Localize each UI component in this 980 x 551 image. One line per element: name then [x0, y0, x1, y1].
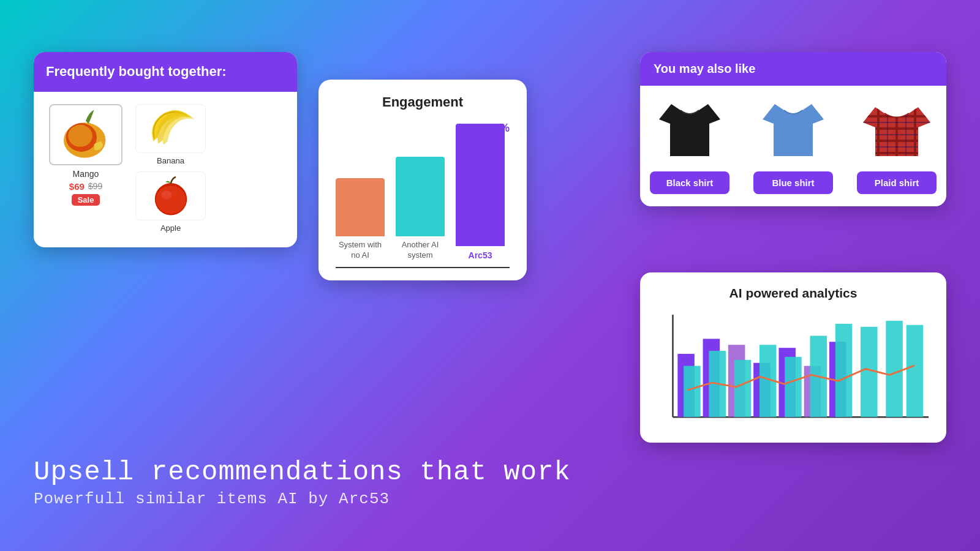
fbt-banana-name: Banana — [157, 156, 184, 165]
bar-another-ai-rect — [396, 157, 445, 236]
arrow-up-icon: ↑ — [479, 121, 485, 135]
ymal-plaid-shirt-btn[interactable]: Plaid shirt — [857, 171, 937, 194]
fbt-side-item-apple: Apple — [135, 171, 206, 233]
fbt-main-image — [49, 104, 123, 165]
black-shirt-icon — [653, 98, 726, 165]
fbt-banana-image — [135, 104, 206, 153]
bar-arc53-label: Arc53 — [456, 250, 505, 261]
svg-rect-31 — [785, 357, 802, 417]
engagement-card: Engagement ↑ 83% System with no AI Anoth… — [318, 80, 527, 280]
fbt-header: Frequently bought together: — [34, 52, 297, 92]
svg-rect-35 — [886, 321, 903, 417]
bar-another-ai-label: Another AI system — [396, 240, 445, 261]
svg-point-5 — [161, 190, 172, 199]
bottom-main-text: Upsell recommendations that work — [34, 457, 571, 487]
fbt-price-new: $69 — [69, 181, 85, 192]
bar-another-ai: Another AI system — [396, 157, 445, 261]
mango-icon — [58, 107, 113, 162]
fbt-apple-name: Apple — [160, 223, 181, 233]
bar-system-no-ai-label: System with no AI — [336, 240, 385, 261]
fbt-card: Frequently bought together: Mango $69 — [34, 52, 297, 247]
banana-icon — [143, 107, 198, 150]
svg-point-4 — [156, 186, 186, 214]
fbt-side-items: Banana Apple — [135, 104, 206, 233]
ymal-item-blue-shirt: Blue shirt — [753, 98, 833, 194]
ymal-item-plaid-shirt: Plaid shirt — [857, 98, 937, 194]
ymal-plaid-shirt-image — [857, 98, 937, 165]
fbt-sale-badge: Sale — [72, 194, 100, 206]
fbt-apple-image — [135, 171, 206, 220]
bar-system-no-ai: System with no AI — [336, 178, 385, 261]
ymal-card: You may also like Black shirt Blue shirt — [640, 52, 946, 206]
plaid-shirt-icon — [860, 98, 933, 165]
fbt-body: Mango $69 $99 Sale — [34, 92, 297, 247]
svg-point-2 — [68, 124, 92, 146]
bottom-text: Upsell recommendations that work Powerfu… — [34, 457, 571, 508]
engagement-title: Engagement — [336, 94, 510, 110]
engagement-percent: 83% — [488, 122, 510, 135]
svg-rect-29 — [734, 360, 752, 417]
svg-rect-33 — [835, 324, 853, 417]
engagement-chart: ↑ 83% System with no AI Another AI syste… — [336, 121, 510, 268]
svg-rect-27 — [684, 366, 701, 418]
blue-shirt-icon — [756, 98, 830, 165]
bar-system-no-ai-rect — [336, 178, 385, 236]
fbt-price-old: $99 — [88, 181, 102, 191]
ymal-blue-shirt-btn[interactable]: Blue shirt — [753, 171, 833, 194]
ymal-black-shirt-btn[interactable]: Black shirt — [650, 171, 729, 194]
apple-icon — [149, 174, 192, 217]
analytics-title: AI powered analytics — [655, 286, 932, 301]
engagement-badge: ↑ 83% — [479, 121, 510, 135]
fbt-main-item: Mango $69 $99 Sale — [46, 104, 126, 206]
ymal-title: You may also like — [654, 62, 933, 76]
bar-arc53-rect — [456, 124, 505, 246]
analytics-card: AI powered analytics — [640, 272, 946, 443]
fbt-price-row: $69 $99 — [69, 181, 102, 192]
svg-rect-36 — [907, 325, 924, 417]
ymal-item-black-shirt: Black shirt — [650, 98, 729, 194]
fbt-title: Frequently bought together: — [46, 63, 285, 81]
ymal-header: You may also like — [640, 52, 946, 86]
bar-arc53: Arc53 — [456, 124, 505, 261]
ymal-blue-shirt-image — [753, 98, 833, 165]
ymal-black-shirt-image — [650, 98, 729, 165]
bottom-sub-text: Powerfull similar items AI by Arc53 — [34, 490, 571, 508]
fbt-main-name: Mango — [73, 169, 99, 179]
analytics-chart — [655, 309, 932, 432]
analytics-chart-svg — [655, 309, 932, 432]
ymal-body: Black shirt Blue shirt — [640, 86, 946, 206]
fbt-side-item-banana: Banana — [135, 104, 206, 165]
